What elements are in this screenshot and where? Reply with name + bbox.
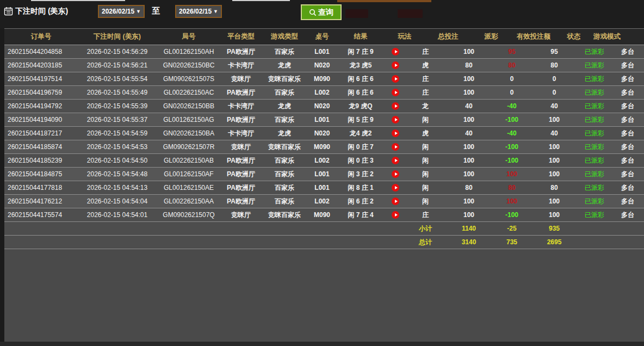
play-video-icon[interactable]: [392, 116, 399, 123]
status-cell: 已派彩: [578, 88, 611, 97]
result-cell: 闲 6 庄 6: [336, 75, 385, 84]
valid-bet-cell: 100: [531, 197, 578, 205]
payout-cell: 80: [493, 184, 531, 191]
subtotal-label: 小计: [406, 224, 445, 233]
total-bet-cell: 40: [445, 129, 493, 137]
platform-cell: PA欧洲厅: [221, 183, 261, 193]
column-header: 订单号: [4, 32, 78, 41]
game-mode-cell: 多台: [611, 61, 644, 70]
table-row: 2602150441852392026-02-15 04:54:50GL0022…: [4, 154, 644, 168]
table-row: 2602150441872172026-02-15 04:54:59GN0202…: [4, 127, 644, 140]
search-icon: [309, 9, 317, 16]
table-no-cell: N020: [308, 61, 336, 69]
play-video-icon[interactable]: [392, 211, 399, 219]
play-video-icon[interactable]: [392, 129, 399, 137]
payout-cell: 80: [493, 61, 531, 69]
result-video-cell: [385, 143, 406, 151]
result-video-cell: [385, 102, 406, 110]
payout-cell: -40: [493, 129, 531, 137]
total-bet-cell: 100: [445, 197, 493, 205]
play-video-icon[interactable]: [392, 170, 399, 178]
order-no-cell: 260215044203185: [4, 61, 78, 69]
round-no-cell: GL002262150AA: [157, 197, 221, 205]
order-no-cell: 260215044175574: [4, 211, 78, 219]
valid-bet-cell: 95: [531, 48, 578, 55]
bet-records-table: 订单号下注时间 (美东)局号平台类型游戏类型桌号结果玩法总投注派彩有效投注额状态…: [4, 28, 644, 342]
table-row: 2602150441858742026-02-15 04:54:53GM0902…: [4, 140, 644, 154]
game-mode-cell: 多台: [611, 129, 644, 138]
play-video-icon[interactable]: [392, 75, 399, 83]
play-video-icon[interactable]: [392, 89, 399, 96]
result-cell: 闲 7 庄 4: [336, 211, 385, 220]
status-cell: 已派彩: [578, 75, 611, 84]
play-cell: 庄: [406, 47, 445, 57]
bet-time-cell: 2026-02-15 04:55:49: [78, 89, 157, 96]
result-cell: 龙9 虎Q: [336, 102, 385, 111]
game-mode-cell: 多台: [611, 88, 644, 97]
play-video-icon[interactable]: [392, 197, 399, 205]
grand-total-total-bet: 3140: [445, 238, 493, 246]
game-type-cell: 百家乐: [261, 115, 308, 125]
grand-total-row: 总计31407352695: [4, 236, 644, 249]
cutoff-input-edge: [232, 0, 290, 1]
cutoff-element-edge: [337, 0, 431, 2]
table-no-cell: L001: [308, 170, 336, 178]
game-type-cell: 百家乐: [261, 47, 308, 57]
caret-down-icon: ▼: [213, 9, 218, 14]
play-cell: 闲: [406, 197, 445, 206]
platform-cell: PA欧洲厅: [221, 47, 261, 57]
bet-time-label: 下注时间 (美东): [15, 7, 68, 16]
date-to-select[interactable]: 2026/02/15 ▼: [175, 5, 222, 18]
game-type-cell: 百家乐: [261, 170, 308, 179]
game-type-cell: 龙虎: [261, 61, 308, 70]
grand-total-valid-bet: 2695: [531, 238, 578, 246]
table-no-cell: L001: [308, 116, 336, 123]
round-no-cell: GL002262150AB: [157, 157, 221, 164]
platform-cell: PA欧洲厅: [221, 170, 261, 179]
status-cell: 已派彩: [578, 183, 611, 193]
bet-time-cell: 2026-02-15 04:56:29: [78, 48, 157, 55]
calendar-icon: [4, 7, 13, 16]
play-video-icon[interactable]: [392, 143, 399, 151]
play-cell: 虎: [406, 61, 445, 70]
result-cell: 闲 3 庄 2: [336, 170, 385, 179]
play-video-icon[interactable]: [392, 61, 399, 69]
status-cell: 已派彩: [578, 170, 611, 179]
table-no-cell: M090: [308, 211, 336, 219]
round-no-cell: GM0902621507Q: [157, 211, 221, 219]
play-video-icon[interactable]: [392, 48, 399, 55]
result-video-cell: [385, 211, 406, 219]
order-no-cell: 260215044197514: [4, 75, 78, 83]
play-video-icon[interactable]: [392, 102, 399, 110]
payout-cell: -100: [493, 157, 531, 164]
status-cell: 已派彩: [578, 197, 611, 206]
valid-bet-cell: 80: [531, 61, 578, 69]
play-video-icon[interactable]: [392, 184, 399, 191]
column-header: 玩法: [385, 32, 424, 41]
column-header: 结果: [336, 32, 385, 41]
play-cell: 闲: [406, 156, 445, 165]
table-no-cell: L002: [308, 89, 336, 96]
caret-down-icon: ▼: [136, 9, 141, 14]
result-cell: 闲 0 庄 3: [336, 156, 385, 165]
order-no-cell: 260215044196759: [4, 89, 78, 96]
round-no-cell: GL001262150AE: [157, 184, 221, 191]
column-header: 游戏类型: [261, 32, 308, 41]
total-bet-cell: 100: [445, 211, 493, 219]
result-video-cell: [385, 197, 406, 205]
valid-bet-cell: 0: [531, 75, 578, 83]
platform-cell: PA欧洲厅: [221, 156, 261, 165]
date-from-value: 2026/02/15: [102, 8, 134, 15]
game-mode-cell: 多台: [611, 156, 644, 165]
column-header: 总投注: [424, 32, 472, 41]
valid-bet-cell: 40: [531, 102, 578, 110]
play-video-icon[interactable]: [392, 157, 399, 164]
platform-cell: 竞咪厅: [221, 75, 261, 84]
platform-cell: 卡卡湾厅: [221, 129, 261, 138]
date-from-select[interactable]: 2026/02/15 ▼: [98, 5, 145, 18]
table-row: 2602150441848752026-02-15 04:54:48GL0012…: [4, 168, 644, 181]
query-button[interactable]: 查询: [301, 4, 342, 20]
status-cell: 已派彩: [578, 115, 611, 125]
table-no-cell: L001: [308, 48, 336, 55]
bet-time-cell: 2026-02-15 04:54:48: [78, 170, 157, 178]
